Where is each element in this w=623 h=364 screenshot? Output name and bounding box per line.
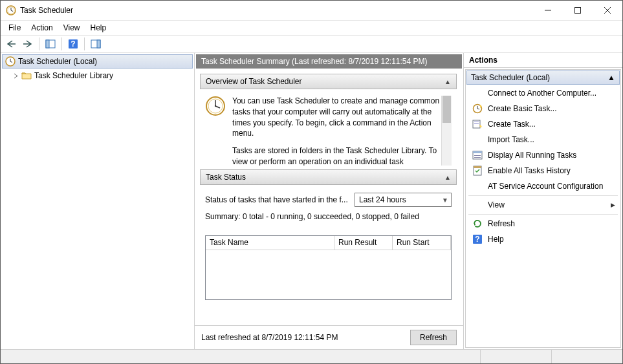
overview-paragraph-2: Tasks are stored in folders in the Task … <box>232 145 452 166</box>
overview-scrollbar[interactable] <box>441 96 452 166</box>
tree-root-node[interactable]: Task Scheduler (Local) <box>2 54 193 69</box>
menu-file[interactable]: File <box>3 22 26 34</box>
running-icon <box>472 150 483 160</box>
statusbar-cell <box>1 350 480 363</box>
action-item-label: Import Task... <box>488 135 615 144</box>
actions-section-header[interactable]: Task Scheduler (Local) ▲ <box>466 70 620 85</box>
action-item-label: AT Service Account Configuration <box>488 182 615 191</box>
nav-forward-button[interactable] <box>20 37 36 51</box>
tree-library-node[interactable]: Task Scheduler Library <box>1 70 194 81</box>
toolbar-separator <box>61 37 62 50</box>
svg-rect-31 <box>474 157 481 158</box>
svg-rect-5 <box>575 8 581 14</box>
tree-root-label: Task Scheduler (Local) <box>18 57 97 66</box>
summary-scroll-area[interactable]: Overview of Task Scheduler ▲ You can use… <box>196 70 462 325</box>
col-run-start[interactable]: Run Start <box>393 236 451 250</box>
refresh-button[interactable]: Refresh <box>410 330 457 345</box>
col-run-result[interactable]: Run Result <box>334 236 393 250</box>
create-task-icon <box>472 119 483 129</box>
action-item-at-service-account-configuration[interactable]: AT Service Account Configuration <box>466 178 620 194</box>
actions-pane: Actions Task Scheduler (Local) ▲ Connect… <box>463 53 622 349</box>
main-body: Task Scheduler (Local) Task Scheduler Li… <box>1 53 622 349</box>
show-hide-tree-button[interactable] <box>43 37 58 51</box>
blank-icon <box>472 200 483 210</box>
center-footer: Last refreshed at 8/7/2019 12:11:54 PM R… <box>195 325 463 349</box>
toolbar-separator <box>39 37 39 50</box>
chevron-up-icon: ▲ <box>444 174 451 181</box>
console-tree: Task Scheduler (Local) Task Scheduler Li… <box>1 53 195 349</box>
last-refreshed-label: Last refreshed at 8/7/2019 12:11:54 PM <box>201 333 338 342</box>
action-separator <box>468 195 618 196</box>
svg-rect-27 <box>474 123 479 124</box>
task-status-title: Task Status <box>206 173 246 182</box>
refresh-button-label: Refresh <box>420 333 447 342</box>
scrollbar-thumb[interactable] <box>443 96 451 123</box>
maximize-button[interactable] <box>563 1 593 20</box>
col-task-name[interactable]: Task Name <box>206 236 334 250</box>
help-icon: ? <box>472 234 483 244</box>
svg-text:?: ? <box>475 235 479 244</box>
show-action-pane-button[interactable] <box>88 37 104 51</box>
task-status-section-header[interactable]: Task Status ▲ <box>200 169 457 185</box>
action-item-import-task[interactable]: Import Task... <box>466 132 620 147</box>
action-item-display-all-running-tasks[interactable]: Display All Running Tasks <box>466 147 620 163</box>
statusbar <box>1 349 622 363</box>
toolbar: ? <box>1 35 622 53</box>
tree-library-label: Task Scheduler Library <box>34 71 113 80</box>
action-item-label: Refresh <box>488 219 615 228</box>
minimize-button[interactable] <box>533 1 563 20</box>
expand-toggle-icon[interactable] <box>12 72 19 79</box>
task-scheduler-window: Task Scheduler File Action View Help ? <box>0 0 623 364</box>
clock-icon <box>205 96 226 116</box>
action-item-enable-all-tasks-history[interactable]: Enable All Tasks History <box>466 163 620 178</box>
menu-action[interactable]: Action <box>26 22 58 34</box>
task-status-filter-row: Status of tasks that have started in the… <box>196 187 461 208</box>
create-basic-icon <box>472 103 483 114</box>
chevron-right-icon: ▶ <box>611 202 615 208</box>
window-title: Task Scheduler <box>20 6 533 15</box>
menubar: File Action View Help <box>1 21 622 35</box>
statusbar-cell <box>551 350 622 363</box>
svg-text:?: ? <box>71 39 75 48</box>
actions-pane-title: Actions <box>464 53 622 68</box>
action-item-label: Create Task... <box>488 120 615 129</box>
action-item-label: Create Basic Task... <box>488 104 615 113</box>
action-item-connect-to-another-computer[interactable]: Connect to Another Computer... <box>466 85 620 101</box>
action-item-label: Help <box>488 235 615 244</box>
action-item-view[interactable]: View▶ <box>466 197 620 213</box>
chevron-down-icon: ▼ <box>442 197 448 204</box>
statusbar-cell <box>480 350 551 363</box>
action-separator <box>468 214 618 215</box>
action-item-help[interactable]: ?Help <box>466 231 620 247</box>
actions-section-label: Task Scheduler (Local) <box>471 73 550 82</box>
actions-list: Task Scheduler (Local) ▲ Connect to Anot… <box>465 69 621 348</box>
app-clock-icon <box>6 5 16 16</box>
summary-header: Task Scheduler Summary (Last refreshed: … <box>196 54 462 69</box>
overview-content: You can use Task Scheduler to create and… <box>196 92 461 166</box>
action-item-create-basic-task[interactable]: Create Basic Task... <box>466 101 620 116</box>
chevron-up-icon: ▲ <box>607 73 615 82</box>
action-item-label: Enable All Tasks History <box>488 166 615 175</box>
svg-rect-9 <box>46 40 49 48</box>
blank-icon <box>472 88 483 98</box>
summary-body: Overview of Task Scheduler ▲ You can use… <box>196 70 462 325</box>
status-filter-label: Status of tasks that have started in the… <box>205 195 349 204</box>
action-item-refresh[interactable]: Refresh <box>466 216 620 231</box>
menu-view[interactable]: View <box>58 22 85 34</box>
svg-rect-29 <box>473 151 482 153</box>
blank-icon <box>472 134 483 145</box>
svg-point-21 <box>215 105 216 107</box>
overview-section-header[interactable]: Overview of Task Scheduler ▲ <box>200 74 457 89</box>
help-button[interactable]: ? <box>65 37 81 51</box>
window-controls <box>533 1 622 20</box>
nav-back-button[interactable] <box>3 37 19 51</box>
chevron-up-icon: ▲ <box>444 78 451 85</box>
grid-header-row: Task Name Run Result Run Start <box>206 236 451 250</box>
close-button[interactable] <box>593 1 622 20</box>
time-range-dropdown[interactable]: Last 24 hours ▼ <box>355 193 452 207</box>
svg-rect-30 <box>474 155 481 156</box>
action-item-create-task[interactable]: Create Task... <box>466 116 620 132</box>
titlebar: Task Scheduler <box>1 1 622 21</box>
menu-help[interactable]: Help <box>85 22 112 34</box>
task-status-grid[interactable]: Task Name Run Result Run Start <box>205 235 452 300</box>
